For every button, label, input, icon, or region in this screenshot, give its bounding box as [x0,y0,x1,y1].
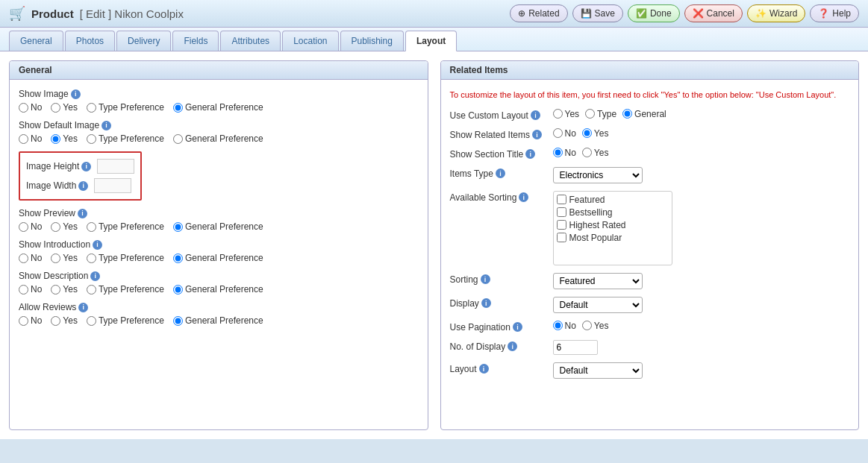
general-panel-header: General [10,61,428,80]
image-width-input[interactable] [94,178,131,193]
tab-attributes[interactable]: Attributes [220,31,281,51]
show-default-image-general-pref[interactable]: General Preference [173,133,263,144]
allow-reviews-no[interactable]: No [19,315,42,326]
tab-bar: General Photos Delivery Fields Attribute… [0,28,868,51]
image-height-input[interactable] [97,159,134,174]
header: 🛒 Product [ Edit ] Nikon Coolpix ⊕ Relat… [0,0,868,28]
show-section-title-info-icon[interactable]: i [525,149,535,159]
show-preview-yes[interactable]: Yes [51,221,78,232]
tab-publishing[interactable]: Publishing [340,31,404,51]
show-image-general-pref[interactable]: General Preference [173,102,263,113]
show-image-no[interactable]: No [19,102,42,113]
show-image-field: Show Image i No Yes Type Preference Gene… [19,89,419,113]
use-pagination-options: No Yes [553,321,609,331]
related-button[interactable]: ⊕ Related [510,4,567,22]
sorting-info-icon[interactable]: i [481,274,490,284]
no-of-display-info-icon[interactable]: i [508,341,517,351]
show-default-image-yes[interactable]: Yes [51,133,78,144]
custom-layout-yes[interactable]: Yes [553,109,580,119]
show-intro-yes[interactable]: Yes [51,253,78,263]
tab-photos[interactable]: Photos [65,31,115,51]
save-button[interactable]: 💾 Save [572,4,623,22]
pagination-no[interactable]: No [553,321,576,331]
items-type-info-icon[interactable]: i [496,168,505,178]
show-preview-general-pref[interactable]: General Preference [173,221,263,232]
tab-layout[interactable]: Layout [405,31,457,51]
allow-reviews-info-icon[interactable]: i [78,303,88,312]
display-control: Default Grid List [553,297,643,313]
show-image-type-pref[interactable]: Type Preference [87,102,164,113]
use-pagination-info-icon[interactable]: i [513,322,522,332]
image-width-label: Image Width i [26,180,88,191]
sorting-label: Sorting i [450,273,547,285]
done-button[interactable]: ✅ Done [628,4,680,22]
tab-delivery[interactable]: Delivery [116,31,171,51]
tab-location[interactable]: Location [282,31,338,51]
sort-highest-rated[interactable]: Highest Rated [557,220,669,230]
show-intro-type-pref[interactable]: Type Preference [87,253,164,263]
sorting-control: Featured Bestselling Highest Rated Most … [553,273,643,289]
show-desc-general-pref[interactable]: General Preference [173,284,263,295]
show-default-image-no[interactable]: No [19,133,42,144]
allow-reviews-general-pref[interactable]: General Preference [173,315,263,326]
help-button[interactable]: ❓ Help [810,4,859,22]
show-image-options: No Yes Type Preference General Preferenc… [19,102,419,113]
show-image-yes[interactable]: Yes [51,102,78,113]
items-type-label: Items Type i [450,167,547,179]
show-desc-yes[interactable]: Yes [51,284,78,295]
show-image-label: Show Image i [19,89,419,99]
show-desc-no[interactable]: No [19,284,42,295]
show-default-image-field: Show Default Image i No Yes Type Prefere… [19,120,419,144]
show-introduction-field: Show Introduction i No Yes Type Preferen… [19,239,419,263]
display-select[interactable]: Default Grid List [553,297,643,313]
tab-fields[interactable]: Fields [172,31,219,51]
wizard-button[interactable]: ✨ Wizard [747,4,805,22]
general-panel: General Show Image i No Yes Type Prefere… [9,60,428,430]
show-preview-info-icon[interactable]: i [78,209,87,218]
show-preview-type-pref[interactable]: Type Preference [87,221,164,232]
use-custom-layout-info-icon[interactable]: i [531,110,540,120]
show-desc-type-pref[interactable]: Type Preference [87,284,164,295]
cancel-button[interactable]: ❌ Cancel [684,4,743,22]
allow-reviews-yes[interactable]: Yes [51,315,78,326]
show-default-image-type-pref[interactable]: Type Preference [87,133,164,144]
image-height-info-icon[interactable]: i [81,162,91,171]
show-default-image-info-icon[interactable]: i [102,121,111,130]
items-type-select[interactable]: Electronics All Same Category [553,167,643,183]
image-dimensions-box: Image Height i Image Width i [19,151,142,201]
show-preview-no[interactable]: No [19,221,42,232]
allow-reviews-type-pref[interactable]: Type Preference [87,315,164,326]
pagination-yes[interactable]: Yes [582,321,609,331]
show-related-items-info-icon[interactable]: i [532,130,542,139]
show-intro-no[interactable]: No [19,253,42,263]
sort-bestselling[interactable]: Bestselling [557,207,669,218]
sort-featured[interactable]: Featured [557,195,669,205]
custom-layout-type[interactable]: Type [585,109,616,119]
no-of-display-input[interactable] [553,340,598,355]
available-sorting-info-icon[interactable]: i [519,192,528,202]
product-icon: 🛒 [9,5,25,22]
sort-most-popular[interactable]: Most Popular [557,233,669,243]
no-of-display-label: No. of Display i [450,340,547,352]
general-panel-body: Show Image i No Yes Type Preference Gene… [10,80,428,342]
image-width-info-icon[interactable]: i [78,181,88,191]
show-intro-general-pref[interactable]: General Preference [173,253,263,263]
custom-layout-general[interactable]: General [622,109,666,119]
related-items-panel-body: To customize the layout of this item, yo… [441,80,859,395]
show-description-info-icon[interactable]: i [90,271,100,281]
content-area: General Show Image i No Yes Type Prefere… [0,51,868,439]
sorting-select[interactable]: Featured Bestselling Highest Rated Most … [553,273,643,289]
help-icon: ❓ [818,8,829,19]
available-sorting-list[interactable]: Featured Bestselling Highest Rated Most … [553,191,672,265]
layout-info-icon[interactable]: i [479,364,489,374]
show-image-info-icon[interactable]: i [71,89,81,99]
show-introduction-info-icon[interactable]: i [93,240,102,250]
section-title-no[interactable]: No [553,148,576,158]
tab-general[interactable]: General [9,31,63,51]
layout-select[interactable]: Default Grid List [553,362,643,379]
display-info-icon[interactable]: i [481,298,491,308]
page-subtitle: [ Edit ] Nikon Coolpix [80,7,184,20]
show-related-yes[interactable]: Yes [582,128,609,139]
show-related-no[interactable]: No [553,128,576,139]
section-title-yes[interactable]: Yes [582,148,609,158]
